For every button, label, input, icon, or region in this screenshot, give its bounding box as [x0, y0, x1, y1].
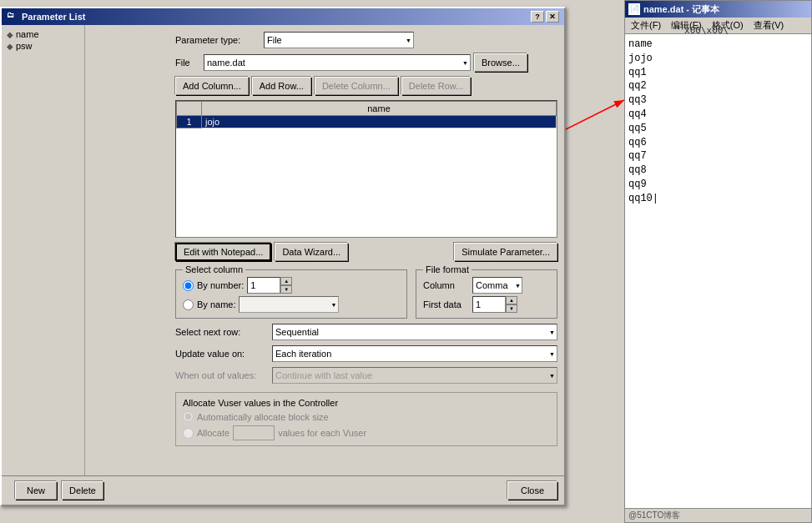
by-number-input[interactable] — [247, 277, 280, 294]
notepad-line-3: qq1 — [628, 66, 808, 80]
titlebar-left: 🗂 Parameter List — [7, 11, 85, 23]
param-type-row: Parameter type: File — [175, 32, 557, 48]
by-name-row: By name: — [183, 296, 400, 313]
select-next-row: Select next row: Sequential Random — [175, 324, 557, 340]
by-number-spinner: ▲ ▼ — [247, 277, 292, 294]
notepad-title: name.dat - 记事本 — [643, 3, 719, 16]
file-format-title: File format — [423, 264, 472, 274]
simulate-button[interactable]: Simulate Parameter... — [454, 243, 557, 261]
allocate-row: Allocate values for each Vuser — [183, 425, 550, 440]
param-type-select[interactable]: File — [264, 32, 414, 48]
notepad-line-11: qq9 — [628, 178, 808, 192]
notepad-line-5: qq3 — [628, 93, 808, 108]
close-dialog-button[interactable]: Close — [507, 481, 557, 500]
when-out-label: When out of values: — [175, 370, 267, 380]
notepad-statusbar: @51CTO博客 — [625, 508, 811, 522]
auto-allocate-radio[interactable] — [183, 411, 194, 422]
file-format-group: File format Column Comma Tab Firs — [416, 269, 557, 319]
param-list-item-name[interactable]: ◆ name — [5, 28, 81, 40]
by-number-radio[interactable] — [183, 280, 194, 291]
notepad-line-12: qq10| — [628, 192, 808, 206]
new-button[interactable]: New — [15, 481, 57, 500]
notepad-line-10: qq8 — [628, 163, 808, 178]
column-label: Column — [423, 280, 469, 290]
file-select[interactable]: name.dat — [204, 54, 471, 71]
select-column-title: Select column — [183, 264, 245, 274]
bottom-row: Select column By number: ▲ ▼ — [175, 266, 557, 319]
notepad-line-8: qq6 — [628, 136, 808, 150]
file-label: File — [175, 58, 200, 68]
add-column-button[interactable]: Add Column... — [175, 77, 249, 95]
by-number-label: By number: — [197, 280, 244, 290]
diamond-icon-name: ◆ — [7, 30, 13, 39]
close-button[interactable]: ✕ — [546, 11, 559, 23]
first-data-spinner-btns: ▲ ▼ — [506, 296, 517, 313]
values-label: values for each Vuser — [278, 428, 366, 438]
param-type-select-wrapper: File — [264, 32, 414, 48]
file-row: File name.dat Browse... — [175, 53, 557, 72]
select-column-group: Select column By number: ▲ ▼ — [175, 269, 407, 319]
notepad-line-4: qq2 — [628, 79, 808, 93]
delete-row-button[interactable]: Delete Row... — [401, 77, 471, 95]
table-cell-value: jojo — [202, 116, 557, 128]
titlebar-buttons: ? ✕ — [531, 11, 559, 23]
delete-column-button[interactable]: Delete Column... — [315, 77, 398, 95]
notepad-watermark: @51CTO博客 — [628, 510, 680, 520]
by-name-radio[interactable] — [183, 299, 194, 310]
first-data-down[interactable]: ▼ — [506, 304, 517, 313]
notepad-line-7: qq5 — [628, 122, 808, 136]
param-name-label: name — [16, 29, 39, 39]
data-wizard-button[interactable]: Data Wizard... — [275, 243, 348, 261]
bottom-buttons: New Delete Close — [2, 475, 564, 505]
allocate-input[interactable] — [233, 425, 275, 440]
auto-allocate-label: Automatically allocate block size — [197, 412, 329, 422]
diamond-icon-psw: ◆ — [7, 42, 13, 51]
param-type-label: Parameter type: — [175, 35, 259, 45]
notepad-line-2: jojo — [628, 52, 808, 66]
select-next-row-wrapper: Sequential Random — [272, 324, 557, 340]
param-dialog: 🗂 Parameter List ? ✕ ◆ name ◆ psw — [0, 7, 566, 506]
when-out-select[interactable]: Continue with last value — [272, 367, 557, 384]
dialog-title: Parameter List — [22, 12, 85, 22]
menu-file[interactable]: 文件(F) — [628, 18, 663, 33]
select-next-row-label: Select next row: — [175, 327, 267, 337]
first-data-label: First data — [423, 299, 469, 309]
dialog-titlebar: 🗂 Parameter List ? ✕ — [2, 8, 564, 25]
table-cell-num: 1 — [177, 116, 202, 128]
by-name-select[interactable] — [239, 296, 339, 313]
help-button[interactable]: ? — [531, 11, 544, 23]
by-name-select-wrapper — [239, 296, 339, 313]
select-next-row-select[interactable]: Sequential Random — [272, 324, 557, 340]
notepad-line-6: qq4 — [628, 108, 808, 122]
delete-param-button[interactable]: Delete — [62, 481, 103, 500]
hex-display: x00\x00\ — [684, 25, 729, 36]
update-value-row: Update value on: Each iteration Each occ… — [175, 345, 557, 362]
param-list-item-psw[interactable]: ◆ psw — [5, 40, 81, 52]
update-value-wrapper: Each iteration Each occurrence Once — [272, 345, 557, 362]
toolbar-row: Add Column... Add Row... Delete Column..… — [175, 77, 557, 95]
table-row[interactable]: 1 jojo — [177, 116, 557, 128]
first-data-spinner: ▲ ▼ — [472, 296, 517, 313]
first-data-input[interactable] — [472, 296, 506, 313]
spinner-up[interactable]: ▲ — [280, 277, 292, 285]
action-buttons-row: Edit with Notepad... Data Wizard... Simu… — [175, 243, 557, 261]
allocate-section: Allocate Vuser values in the Controller … — [175, 392, 557, 446]
spinner-buttons: ▲ ▼ — [280, 277, 292, 294]
by-number-row: By number: ▲ ▼ — [183, 277, 400, 294]
notepad-line-9: qq7 — [628, 149, 808, 163]
allocate-radio[interactable] — [183, 428, 194, 439]
menu-view[interactable]: 查看(V) — [751, 18, 787, 33]
notepad-content: name jojo qq1 qq2 qq3 qq4 qq5 qq6 qq7 qq… — [625, 34, 811, 508]
table-header-num — [177, 102, 202, 116]
column-select[interactable]: Comma Tab — [472, 277, 522, 294]
update-value-select[interactable]: Each iteration Each occurrence Once — [272, 345, 557, 362]
first-data-up[interactable]: ▲ — [506, 296, 517, 304]
spinner-down[interactable]: ▼ — [280, 285, 292, 294]
notepad-icon: 📄 — [628, 3, 640, 15]
allocate-label: Allocate — [197, 428, 229, 438]
when-out-row: When out of values: Continue with last v… — [175, 367, 557, 384]
param-psw-label: psw — [16, 41, 33, 51]
browse-button[interactable]: Browse... — [474, 53, 527, 72]
edit-notepad-button[interactable]: Edit with Notepad... — [175, 243, 271, 261]
add-row-button[interactable]: Add Row... — [252, 77, 311, 95]
